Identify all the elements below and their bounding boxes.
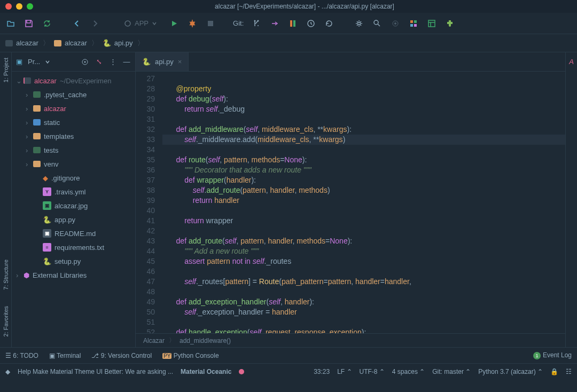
target2-icon[interactable] — [81, 57, 89, 67]
terminal-tab[interactable]: ▣ Terminal — [49, 352, 81, 359]
indent[interactable]: 4 spaces ⌃ — [392, 368, 425, 375]
search-icon[interactable] — [372, 18, 383, 29]
svg-point-9 — [374, 20, 378, 25]
tree-item[interactable]: ▣README.md — [12, 226, 135, 240]
commit-icon[interactable] — [269, 18, 280, 29]
main-toolbar: APP Git: — [0, 13, 577, 34]
left-tool-strip: 1: Project 7: Structure 2: Favorites — [0, 52, 12, 347]
save-icon[interactable] — [24, 18, 34, 29]
bc-project[interactable]: alcazar — [5, 39, 38, 47]
editor-tabs: 🐍 api.py × — [136, 52, 565, 72]
svg-rect-16 — [428, 20, 435, 27]
theme-name[interactable]: Material Oceanic — [181, 368, 231, 375]
min-dot[interactable] — [16, 3, 22, 10]
svg-rect-15 — [414, 24, 417, 27]
tree-item[interactable]: ›venv — [12, 157, 135, 171]
tree-root[interactable]: ⌄ alcazar ~/DevExperimen — [12, 74, 135, 88]
tree-item[interactable]: ›.pytest_cache — [12, 88, 135, 101]
refresh-icon[interactable] — [42, 18, 52, 29]
open-icon[interactable] — [5, 18, 16, 29]
svg-rect-12 — [410, 20, 413, 23]
code-editor[interactable]: 2728293031323334353637383940414243444546… — [136, 72, 565, 333]
status-bar: ◆ Help Make Material Theme UI Better: We… — [0, 363, 577, 379]
theme-dot-icon[interactable] — [239, 369, 244, 374]
tree-item[interactable]: ›static — [12, 115, 135, 129]
tree-item[interactable]: Y.travis.yml — [12, 185, 135, 199]
svg-point-0 — [125, 21, 130, 26]
debug-icon[interactable] — [187, 18, 198, 29]
svg-point-11 — [394, 22, 396, 25]
tree-item[interactable]: ◆.gitignore — [12, 171, 135, 185]
more-icon[interactable]: ⋮ — [108, 57, 117, 67]
lock-icon[interactable]: 🔒 — [550, 368, 558, 375]
svg-rect-5 — [290, 20, 292, 27]
run-icon[interactable] — [169, 18, 180, 29]
svg-rect-14 — [410, 24, 413, 27]
branch-icon[interactable] — [251, 18, 262, 29]
favorites-tool[interactable]: 2: Favorites — [3, 306, 9, 336]
back-icon[interactable] — [72, 18, 82, 29]
plugin-icon[interactable] — [445, 18, 455, 29]
layout2-icon[interactable]: ☷ — [566, 368, 572, 375]
nav-breadcrumb: alcazar 〉 alcazar 〉 🐍api.py 〉 — [0, 34, 577, 52]
layout-icon[interactable] — [426, 18, 437, 29]
status-msg: Help Make Material Theme UI Better: We a… — [18, 368, 173, 375]
svg-point-18 — [84, 61, 86, 62]
project-sidebar: ▣ Pr... ⤡ ⋮ — ⌄ alcazar ~/DevExperimen ›… — [12, 52, 136, 347]
encoding[interactable]: UTF-8 ⌃ — [360, 368, 385, 375]
push-icon[interactable] — [287, 18, 298, 29]
title-bar: alcazar [~/DevExperiments/alcazar] - ...… — [0, 0, 577, 13]
git-branch[interactable]: Git: master ⌃ — [432, 368, 471, 375]
hint-icon[interactable]: ◆ — [5, 368, 10, 375]
forward-icon[interactable] — [90, 18, 100, 29]
tree-item[interactable]: ≡requirements.txt — [12, 240, 135, 254]
project-tool[interactable]: 1: Project — [3, 58, 9, 82]
git-label: Git: — [233, 19, 244, 27]
todo-tab[interactable]: ☰ 6: TODO — [5, 352, 38, 359]
tree-item[interactable]: ›templates — [12, 129, 135, 143]
settings-icon[interactable] — [354, 18, 364, 29]
svg-rect-2 — [208, 21, 213, 26]
close-tab-icon[interactable]: × — [178, 58, 182, 66]
tree-extlib[interactable]: ›⬢ External Libraries — [12, 268, 135, 282]
close-dot[interactable] — [5, 3, 12, 10]
svg-point-3 — [254, 20, 256, 21]
stop-icon[interactable] — [205, 18, 216, 29]
tree-item[interactable]: 🐍app.py — [12, 213, 135, 226]
project-tree: ⌄ alcazar ~/DevExperimen ›.pytest_cache›… — [12, 72, 135, 347]
svg-rect-6 — [293, 20, 295, 27]
run-config-selector[interactable]: APP — [120, 18, 161, 28]
tree-item[interactable]: ▣alcazar.jpg — [12, 199, 135, 213]
code-body[interactable]: @property def debug(self): return self._… — [162, 72, 565, 333]
side-title: Pr... — [28, 58, 40, 66]
vcs-tab[interactable]: ⎇ 9: Version Control — [91, 352, 152, 359]
run-config-label: APP — [135, 19, 149, 27]
collapse-icon[interactable]: ⤡ — [95, 57, 103, 67]
cursor-pos[interactable]: 33:23 — [314, 368, 330, 375]
window-title: alcazar [~/DevExperiments/alcazar] - ...… — [37, 3, 572, 10]
revert-icon[interactable] — [324, 18, 334, 29]
history-icon[interactable] — [306, 18, 316, 29]
tree-item[interactable]: ›alcazar — [12, 101, 135, 115]
target-icon[interactable] — [390, 18, 401, 29]
svg-point-4 — [258, 20, 259, 21]
tree-item[interactable]: ›tests — [12, 143, 135, 157]
minimize-icon[interactable]: — — [122, 57, 131, 67]
max-dot[interactable] — [27, 3, 33, 10]
svg-point-1 — [190, 21, 194, 26]
structure-tool[interactable]: 7: Structure — [3, 260, 9, 290]
tree-item[interactable]: 🐍setup.py — [12, 254, 135, 268]
bc-file[interactable]: 🐍api.py — [103, 39, 133, 47]
editor-pane: 🐍 api.py × 27282930313233343536373839404… — [136, 52, 565, 347]
pyconsole-tab[interactable]: PY Python Console — [162, 352, 219, 359]
grid-icon[interactable] — [408, 18, 419, 29]
eventlog-tab[interactable]: 1Event Log — [533, 351, 572, 359]
bottom-tool-tabs: ☰ 6: TODO ▣ Terminal ⎇ 9: Version Contro… — [0, 347, 577, 363]
bc-folder[interactable]: alcazar — [54, 39, 87, 47]
python-interp[interactable]: Python 3.7 (alcazar) ⌃ — [478, 368, 543, 375]
tab-label: api.py — [155, 58, 174, 66]
editor-crumb: Alcazar〉add_middleware() — [136, 333, 565, 347]
right-tool-strip: A — [565, 52, 577, 347]
line-sep[interactable]: LF ⌃ — [337, 368, 352, 375]
tab-api[interactable]: 🐍 api.py × — [136, 52, 189, 71]
